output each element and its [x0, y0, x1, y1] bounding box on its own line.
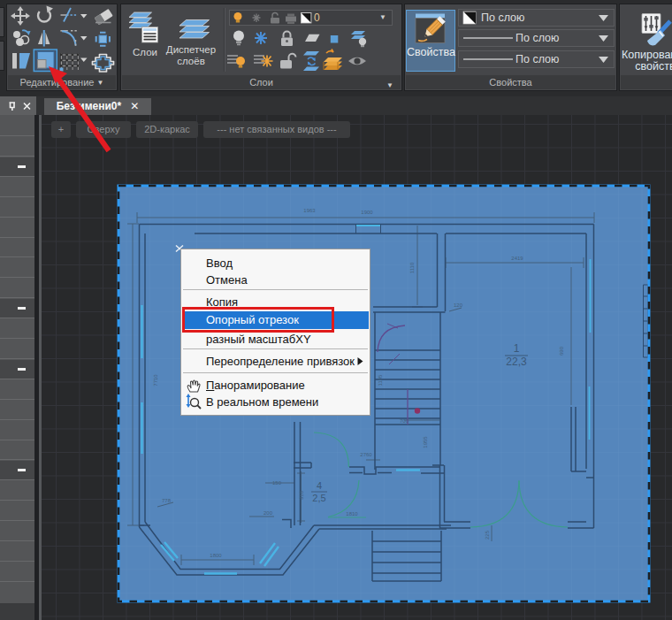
svg-text:690: 690	[559, 346, 564, 356]
svg-text:1810: 1810	[346, 511, 358, 517]
svg-text:1800: 1800	[210, 553, 222, 558]
svg-text:150: 150	[272, 480, 282, 486]
svg-text:200: 200	[263, 510, 273, 516]
svg-text:2419: 2419	[511, 256, 523, 261]
svg-text:7710: 7710	[153, 374, 158, 387]
svg-text:910: 910	[299, 490, 304, 500]
svg-text:1195: 1195	[378, 374, 383, 387]
svg-text:1900: 1900	[361, 210, 373, 215]
svg-text:700: 700	[400, 418, 409, 424]
svg-text:1955: 1955	[423, 436, 428, 448]
svg-text:2,5: 2,5	[312, 493, 325, 503]
svg-text:225: 225	[485, 530, 490, 540]
svg-text:778: 778	[162, 498, 172, 503]
svg-text:22,3: 22,3	[506, 356, 527, 368]
svg-text:1963: 1963	[303, 208, 316, 213]
svg-text:2760: 2760	[360, 452, 372, 457]
svg-text:1: 1	[514, 342, 520, 355]
svg-text:1110: 1110	[409, 262, 415, 273]
svg-text:120: 120	[454, 302, 463, 308]
svg-text:4: 4	[317, 480, 322, 491]
